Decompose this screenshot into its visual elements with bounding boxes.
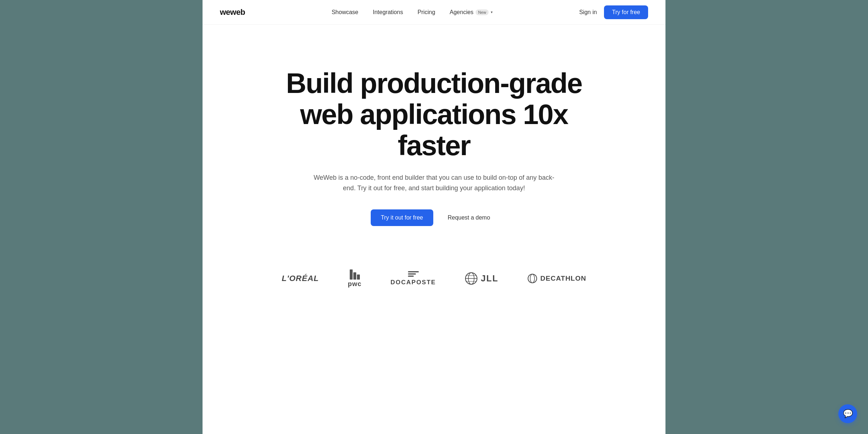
pwc-bar-1 [350,269,353,280]
docaposte-line-3 [408,276,414,277]
logo-docaposte: DOCAPOSTE [391,271,436,286]
pwc-icon [350,269,360,280]
nav-integrations[interactable]: Integrations [373,9,403,16]
loreal-text: L'ORÉAL [282,274,319,283]
jll-globe-icon [465,272,478,285]
logo[interactable]: weweb [220,8,245,17]
chevron-down-icon: ▾ [491,10,493,14]
chat-icon: 💬 [843,409,853,418]
svg-point-6 [530,274,535,283]
navbar: weweb Showcase Integrations Pricing Agen… [203,0,665,25]
docaposte-line-2 [408,273,416,275]
svg-point-5 [528,274,537,283]
hero-title-line1: Build production-grade [286,67,582,99]
hero-title: Build production-grade web applications … [271,68,597,161]
hero-subtitle: WeWeb is a no-code, front end builder th… [311,173,557,193]
docaposte-text: DOCAPOSTE [391,279,436,286]
logo-loreal: L'ORÉAL [282,274,319,283]
nav-center: Showcase Integrations Pricing Agencies N… [332,9,493,16]
logo-jll: JLL [465,272,498,285]
hero-section: Build production-grade web applications … [203,25,665,255]
nav-agencies-badge: New [476,9,489,15]
decathlon-icon [527,273,537,284]
nav-showcase[interactable]: Showcase [332,9,358,16]
pwc-bar-2 [353,272,356,280]
nav-agencies-label: Agencies [450,9,473,16]
logo-text: weweb [220,8,245,17]
nav-right: Sign in Try for free [579,5,648,19]
signin-link[interactable]: Sign in [579,9,597,16]
hero-buttons: Try it out for free Request a demo [371,209,497,226]
nav-agencies[interactable]: Agencies New ▾ [450,9,493,16]
logo-pwc: pwc [348,269,362,288]
decathlon-text: DECATHLON [540,275,586,282]
pwc-text: pwc [348,280,362,288]
try-for-free-button[interactable]: Try for free [604,5,648,19]
pwc-bar-3 [357,275,360,280]
chat-button[interactable]: 💬 [838,404,857,423]
hero-title-line2: web applications 10x faster [300,98,568,161]
docaposte-lines-icon [408,271,419,277]
request-demo-button[interactable]: Request a demo [441,209,497,226]
docaposte-line-1 [408,271,419,272]
logos-section: L'ORÉAL pwc DOCAPOSTE [203,255,665,310]
try-it-out-button[interactable]: Try it out for free [371,209,433,226]
jll-text: JLL [481,273,498,284]
nav-pricing[interactable]: Pricing [417,9,435,16]
logo-decathlon: DECATHLON [527,273,586,284]
